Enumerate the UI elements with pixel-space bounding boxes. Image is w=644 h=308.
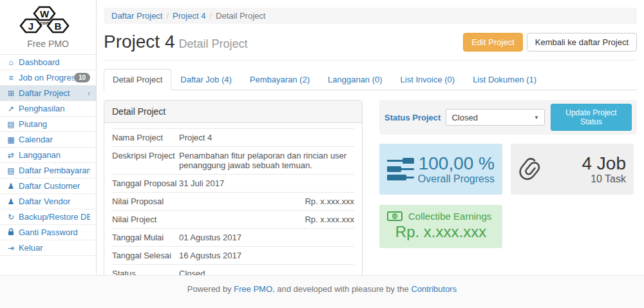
breadcrumb-current: Detail Project <box>216 11 265 21</box>
sidebar-item-dashboard[interactable]: ⌂ Dashboard <box>0 55 96 70</box>
paperclip-icon <box>518 157 542 182</box>
tab-detail-project[interactable]: Detail Project <box>104 69 171 90</box>
table-row: Nilai Project Rp. x.xxx.xxx <box>112 210 354 228</box>
tasks-icon <box>387 158 414 181</box>
money-icon: ▤ <box>6 120 16 129</box>
tasks-count: 10 Task <box>542 173 626 185</box>
sidebar-item-daftar-pembayaran[interactable]: ▤ Daftar Pembayaran <box>0 163 96 178</box>
sidebar-item-job-on-progress[interactable]: ≡ Job on Progress 10 <box>0 70 96 86</box>
sidebar-item-keluar[interactable]: ⇥ Keluar <box>0 240 96 256</box>
progress-value: 100,00 % <box>414 154 495 173</box>
page-subtitle: Detail Project <box>179 37 248 50</box>
table-row: Deskripsi Project Penambahan fitur pelap… <box>112 146 354 174</box>
sign-out-icon: ⇥ <box>6 244 16 253</box>
sidebar-menu: ⌂ Dashboard ≡ Job on Progress 10 ⊞ Dafta… <box>0 55 96 256</box>
table-row: Tanggal Proposal 31 Juli 2017 <box>112 174 354 192</box>
table-row: Tanggal Mulai 01 Agustus 2017 <box>112 228 354 246</box>
edit-project-button[interactable]: Edit Project <box>463 33 522 52</box>
sidebar-item-daftar-customer[interactable]: ♟ Daftar Customer <box>0 178 96 194</box>
sidebar-item-langganan[interactable]: ⇄ Langganan <box>0 148 96 163</box>
earnings-value: Rp. x.xxx.xxx <box>387 223 495 241</box>
refresh-icon: ↻ <box>6 213 16 222</box>
users-icon: ♟ <box>6 197 16 206</box>
earnings-label: Collectibe Earnings <box>408 211 491 222</box>
caret-down-icon: ▼ <box>534 115 539 120</box>
job-count-badge: 10 <box>74 73 90 82</box>
brand-name: Free PMO <box>0 39 96 49</box>
sidebar-item-daftar-project[interactable]: ⊞ Daftar Project ‹ <box>0 86 96 101</box>
sidebar-item-ganti-password[interactable]: Ganti Password <box>0 225 96 240</box>
line-chart-icon: ↗ <box>6 104 16 113</box>
table-row: Tanggal Selesai 16 Agustus 2017 <box>112 246 354 264</box>
overall-progress-card: 100,00 % Overall Progress <box>379 144 502 195</box>
detail-project-panel: Detail Project Nama Project Project 4 De… <box>104 100 363 275</box>
contributors-link[interactable]: Contributors <box>411 284 457 294</box>
jwb-logo-icon: W J B .com <box>17 4 79 37</box>
svg-text:J: J <box>28 21 33 32</box>
app-window: W J B .com Free PMO ⌂ Dashboard ≡ Job on… <box>0 0 644 275</box>
brand-logo[interactable]: W J B .com Free PMO <box>0 0 96 55</box>
chevron-left-icon: ‹ <box>88 88 90 98</box>
collectible-earnings-card: Collectibe Earnings Rp. x.xxx.xxx <box>379 205 502 248</box>
sidebar-item-backup-restore[interactable]: ↻ Backup/Restore DB <box>0 209 96 225</box>
money-icon: ▤ <box>6 166 16 175</box>
main-content: Daftar Project/Project 4/Detail Project … <box>97 0 644 275</box>
breadcrumb-project-4[interactable]: Project 4 <box>173 11 205 21</box>
status-project-label: Status Project <box>384 113 440 122</box>
exchange-icon: ⇄ <box>6 151 16 160</box>
tab-list-dokumen[interactable]: List Dokumen (1) <box>464 69 545 90</box>
table-row: Nilai Proposal Rp. x.xxx.xxx <box>112 192 354 210</box>
tab-pembayaran[interactable]: Pembayaran (2) <box>241 69 319 90</box>
page-title: Project 4Detail Project <box>104 32 248 52</box>
panel-title: Detail Project <box>104 101 362 123</box>
progress-label: Overall Progress <box>414 173 495 185</box>
update-project-status-button[interactable]: Update Project Status <box>551 104 632 131</box>
tab-langganan[interactable]: Langganan (0) <box>319 69 392 90</box>
svg-text:W: W <box>39 8 49 19</box>
breadcrumb: Daftar Project/Project 4/Detail Project <box>104 8 637 24</box>
table-row: Status Closed <box>112 264 354 275</box>
table-icon: ⊞ <box>6 89 16 98</box>
back-to-list-button[interactable]: Kembali ke daftar Project <box>527 33 637 52</box>
sidebar-item-piutang[interactable]: ▤ Piutang <box>0 117 96 132</box>
right-column: Status Project Closed ▼ Update Project S… <box>379 100 637 275</box>
jobs-value: 4 Job <box>542 154 626 173</box>
calendar-icon: ▦ <box>6 135 16 144</box>
lock-icon <box>6 228 16 237</box>
sidebar-item-daftar-vendor[interactable]: ♟ Daftar Vendor <box>0 194 96 209</box>
page-header: Project 4Detail Project Edit Project Kem… <box>104 24 637 61</box>
breadcrumb-daftar-project[interactable]: Daftar Project <box>111 11 162 21</box>
sidebar-item-calendar[interactable]: ▦ Calendar <box>0 132 96 148</box>
sidebar: W J B .com Free PMO ⌂ Dashboard ≡ Job on… <box>0 0 97 274</box>
table-row: Nama Project Project 4 <box>112 128 354 146</box>
status-select[interactable]: Closed ▼ <box>446 109 544 126</box>
tasks-icon: ≡ <box>6 73 16 82</box>
svg-text:B: B <box>54 21 61 32</box>
users-icon: ♟ <box>6 182 16 191</box>
sidebar-item-penghasilan[interactable]: ↗ Penghasilan <box>0 101 96 117</box>
status-project-bar: Status Project Closed ▼ Update Project S… <box>379 100 637 135</box>
tab-bar: Detail Project Daftar Job (4) Pembayaran… <box>104 69 637 90</box>
tab-list-invoice[interactable]: List Invoice (0) <box>392 69 464 90</box>
tab-daftar-job[interactable]: Daftar Job (4) <box>171 69 240 90</box>
money-icon <box>387 211 402 221</box>
free-pmo-link[interactable]: Free PMO <box>234 284 272 294</box>
jobs-card: 4 Job 10 Task <box>511 144 634 195</box>
dashboard-icon: ⌂ <box>6 58 16 67</box>
footer: Powered by Free PMO, and developed with … <box>0 275 644 308</box>
svg-text:.com: .com <box>38 20 50 26</box>
